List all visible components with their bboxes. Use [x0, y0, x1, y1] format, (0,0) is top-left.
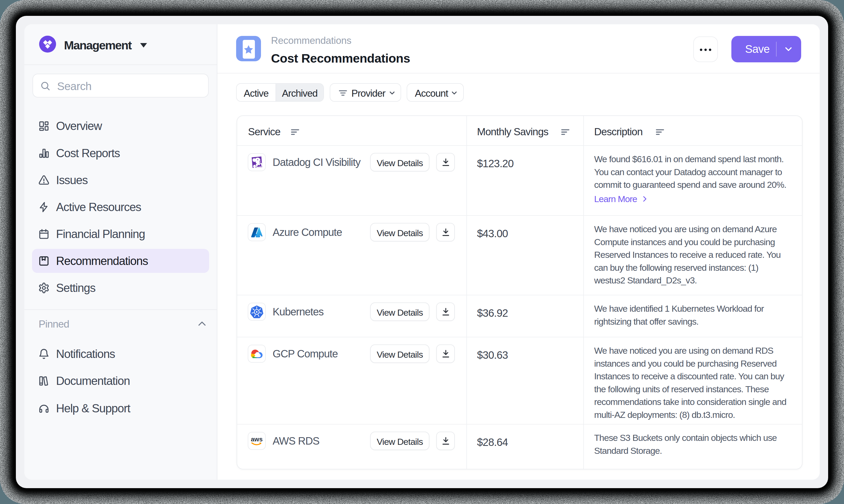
- svg-text:aws: aws: [251, 436, 263, 443]
